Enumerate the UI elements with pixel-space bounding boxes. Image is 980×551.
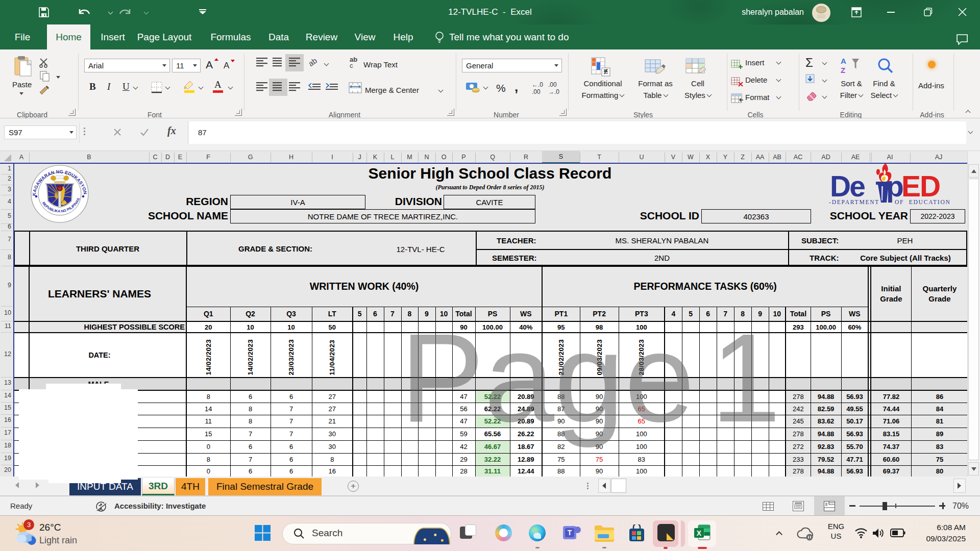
svg-text:X: X xyxy=(697,529,702,537)
svg-text:A: A xyxy=(841,57,846,65)
svg-text:Z: Z xyxy=(841,66,845,74)
